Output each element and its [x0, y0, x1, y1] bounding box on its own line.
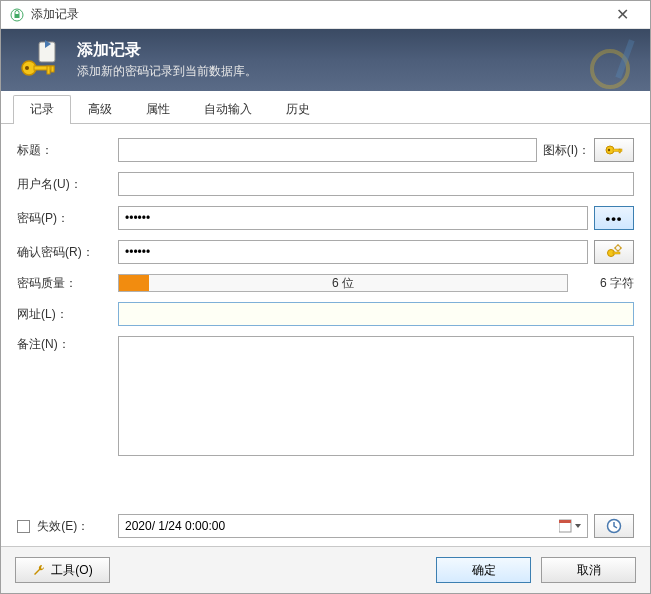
svg-rect-18	[559, 520, 571, 523]
expire-label-text: 失效(E)：	[37, 519, 89, 533]
title-input[interactable]	[118, 138, 537, 162]
quality-chars: 6 字符	[574, 275, 634, 292]
quality-meter-text: 6 位	[119, 275, 567, 292]
footer: 工具(O) 确定 取消	[1, 546, 650, 593]
cancel-button[interactable]: 取消	[541, 557, 636, 583]
banner-title: 添加记录	[77, 40, 257, 61]
expire-date-input[interactable]: 2020/ 1/24 0:00:00	[118, 514, 588, 538]
key-gear-icon	[605, 243, 623, 261]
svg-point-4	[25, 66, 29, 70]
svg-rect-13	[619, 149, 621, 153]
svg-rect-7	[51, 66, 54, 72]
dots-icon: •••	[606, 211, 623, 226]
tab-properties[interactable]: 属性	[129, 95, 187, 123]
svg-rect-6	[47, 66, 50, 74]
svg-point-16	[616, 246, 621, 251]
svg-point-11	[608, 149, 610, 151]
tab-record[interactable]: 记录	[13, 95, 71, 123]
show-password-button[interactable]: •••	[594, 206, 634, 230]
tab-history[interactable]: 历史	[269, 95, 327, 123]
tab-content: 标题： 图标(I)： 用户名(U)： 密码(P)： ••• 确认密码(R)：	[1, 124, 650, 546]
user-label: 用户名(U)：	[17, 176, 112, 193]
notes-textarea[interactable]	[118, 336, 634, 456]
wrench-icon	[32, 563, 46, 577]
password-input[interactable]	[118, 206, 588, 230]
icon-picker-button[interactable]	[594, 138, 634, 162]
tools-label: 工具(O)	[51, 562, 92, 579]
user-input[interactable]	[118, 172, 634, 196]
tools-button[interactable]: 工具(O)	[15, 557, 110, 583]
confirm-label: 确认密码(R)：	[17, 244, 112, 261]
generate-password-button[interactable]	[594, 240, 634, 264]
svg-rect-15	[613, 252, 620, 254]
clock-icon	[605, 517, 623, 535]
banner-decor-icon	[550, 29, 650, 91]
notes-label: 备注(N)：	[17, 336, 112, 353]
icon-label: 图标(I)：	[543, 142, 590, 159]
title-label: 标题：	[17, 142, 112, 159]
tab-autotype[interactable]: 自动输入	[187, 95, 269, 123]
ok-button[interactable]: 确定	[436, 557, 531, 583]
url-label: 网址(L)：	[17, 306, 112, 323]
key-icon	[603, 139, 625, 161]
password-label: 密码(P)：	[17, 210, 112, 227]
banner-key-icon	[17, 36, 65, 84]
tab-advanced[interactable]: 高级	[71, 95, 129, 123]
add-record-dialog: 添加记录 ✕ 添加记录 添加新的密码记录到当前数据库。 记录 高级 属性 自动输	[0, 0, 651, 594]
quality-label: 密码质量：	[17, 275, 112, 292]
expire-label: 失效(E)：	[17, 518, 112, 535]
svg-rect-1	[15, 14, 20, 18]
tabs: 记录 高级 属性 自动输入 历史	[1, 91, 650, 124]
expire-checkbox[interactable]	[17, 520, 30, 533]
header-banner: 添加记录 添加新的密码记录到当前数据库。	[1, 29, 650, 91]
banner-subtitle: 添加新的密码记录到当前数据库。	[77, 63, 257, 80]
svg-rect-9	[615, 39, 634, 79]
expire-clock-button[interactable]	[594, 514, 634, 538]
expire-date-value: 2020/ 1/24 0:00:00	[125, 519, 225, 533]
quality-meter: 6 位	[118, 274, 568, 292]
close-button[interactable]: ✕	[602, 1, 642, 28]
url-input[interactable]	[118, 302, 634, 326]
titlebar: 添加记录 ✕	[1, 1, 650, 29]
calendar-dropdown-icon	[559, 519, 581, 533]
window-title: 添加记录	[31, 6, 602, 23]
confirm-input[interactable]	[118, 240, 588, 264]
app-lock-icon	[9, 7, 25, 23]
